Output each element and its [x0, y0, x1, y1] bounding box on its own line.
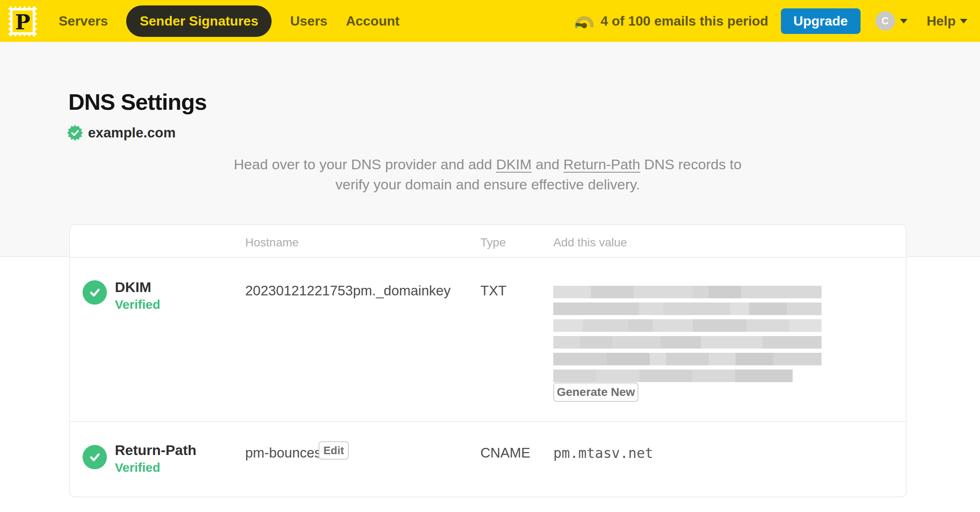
verified-check-icon	[83, 445, 107, 469]
primary-nav: Servers Sender Signatures Users Account	[59, 0, 399, 42]
help-label: Help	[927, 13, 956, 29]
redacted-bar	[553, 286, 822, 298]
record-hostname: pm-bounces	[245, 445, 321, 461]
nav-right-cluster: 4 of 100 emails this period Upgrade C He…	[574, 0, 967, 42]
generate-new-button[interactable]: Generate New	[553, 383, 638, 402]
nav-item-servers[interactable]: Servers	[59, 13, 108, 29]
record-status: Verified	[115, 297, 160, 312]
record-name: Return-Path	[115, 442, 197, 458]
dns-records-card: Hostname Type Add this value DKIM Verifi…	[69, 224, 907, 497]
column-header-hostname: Hostname	[245, 236, 299, 249]
nav-item-account[interactable]: Account	[346, 13, 399, 29]
record-hostname: 20230121221753pm._domainkey	[245, 283, 451, 299]
help-menu[interactable]: Help	[927, 13, 967, 29]
top-navigation-bar: P Servers Sender Signatures Users Accoun…	[0, 0, 980, 42]
postmark-logo[interactable]: P	[8, 5, 38, 37]
redacted-bar	[553, 303, 822, 315]
chevron-down-icon	[900, 19, 907, 23]
domain-name: example.com	[88, 125, 176, 141]
row-divider	[70, 421, 906, 422]
record-name: DKIM	[115, 279, 151, 295]
table-header-row: Hostname Type Add this value	[70, 225, 906, 258]
record-type: CNAME	[480, 445, 530, 461]
nav-item-users[interactable]: Users	[290, 13, 327, 29]
redacted-bar	[553, 370, 793, 382]
verified-check-icon	[83, 280, 107, 305]
record-type: TXT	[480, 283, 506, 299]
record-value: pm.mtasv.net	[553, 445, 653, 461]
record-status: Verified	[115, 460, 160, 475]
dkim-link[interactable]: DKIM	[496, 156, 531, 172]
avatar[interactable]: C	[876, 11, 895, 31]
return-path-link[interactable]: Return-Path	[563, 156, 640, 172]
instruction-text: Head over to your DNS provider and add D…	[69, 154, 906, 195]
column-header-type: Type	[480, 236, 506, 249]
edit-button[interactable]: Edit	[319, 441, 349, 460]
verified-seal-icon	[67, 125, 83, 141]
usage-text: 4 of 100 emails this period	[601, 13, 768, 29]
chevron-down-icon	[960, 19, 967, 23]
instruction-prefix: Head over to your DNS provider and add	[234, 156, 496, 172]
svg-text:P: P	[15, 10, 30, 34]
redacted-bar	[553, 319, 822, 332]
nav-item-sender-signatures[interactable]: Sender Signatures	[126, 5, 272, 37]
account-menu[interactable]: C	[876, 11, 907, 31]
usage-meter: 4 of 100 emails this period	[574, 12, 768, 30]
gauge-icon	[574, 12, 595, 30]
upgrade-button[interactable]: Upgrade	[781, 8, 861, 34]
redacted-bar	[553, 353, 822, 365]
redacted-dns-value	[553, 286, 822, 386]
stamp-logo-icon: P	[8, 5, 38, 37]
redacted-bar	[553, 336, 822, 349]
domain-row: example.com	[67, 125, 176, 141]
page-title: DNS Settings	[68, 89, 207, 115]
instruction-and: and	[531, 156, 563, 172]
column-header-value: Add this value	[553, 236, 627, 249]
